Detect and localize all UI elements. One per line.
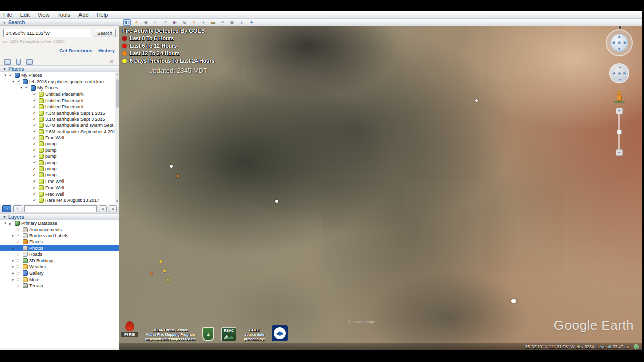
checkbox[interactable]: ✓	[33, 105, 37, 109]
checkbox[interactable]: ✓	[9, 73, 13, 78]
layer-checkbox[interactable]: ✓	[17, 284, 21, 288]
places-tree-row[interactable]: ✓ 2.6M earthquake September 4 2015	[0, 129, 119, 135]
places-tree-row[interactable]: ✓ pump	[0, 172, 119, 178]
move-left-icon[interactable]: ◀	[612, 71, 615, 75]
view-in-maps-button[interactable]: ●	[248, 19, 255, 26]
layer-checkbox[interactable]: ✓	[17, 233, 21, 238]
layers-tree-row[interactable]: ▸ □ Gallery	[0, 270, 119, 276]
zoom-slider[interactable]: + −	[616, 108, 623, 156]
search-panel-header[interactable]: ▼ Search	[0, 19, 119, 26]
move-down-icon[interactable]: ▼	[618, 78, 622, 81]
expander-icon[interactable]: ▾	[19, 86, 23, 90]
checkbox[interactable]: ✓	[33, 148, 37, 152]
map-placemark[interactable]	[275, 200, 278, 203]
map-placemark[interactable]	[170, 165, 173, 168]
places-tree-row[interactable]: ▾ ✓ My Places	[0, 72, 119, 78]
layers-tree-row[interactable]: □ Roads	[0, 251, 119, 257]
layer-checkbox[interactable]: □	[17, 271, 21, 276]
checkbox[interactable]: ✓	[33, 154, 37, 159]
places-filter-input[interactable]	[24, 205, 97, 212]
layers-tree-row[interactable]: ✓ Places	[0, 239, 119, 245]
save-image-button[interactable]: ↓	[238, 19, 246, 26]
places-tree-row[interactable]: ✓ pump	[0, 153, 119, 159]
layer-checkbox[interactable]: □	[17, 264, 21, 269]
places-tree-row[interactable]: ▾ ✓ feb 2018 my places google earth.kmz	[0, 78, 119, 84]
look-ring-inner[interactable]: ▲ ▼ ◀ ▶	[610, 34, 628, 52]
expander-icon[interactable]: ▸	[11, 278, 15, 282]
layer-checkbox[interactable]: □	[17, 277, 21, 282]
historical-imagery-button[interactable]: ⊙	[181, 19, 188, 26]
look-up-icon[interactable]: ▲	[617, 34, 621, 39]
checkbox[interactable]: ✓	[33, 111, 37, 115]
places-tree-row[interactable]: ✓ Untitled Placemark	[0, 98, 119, 104]
scroll-up-icon[interactable]: ▲	[115, 72, 119, 77]
play-tour-button[interactable]	[99, 205, 107, 212]
layers-tree-row[interactable]: ▸ □ 3D Buildings	[0, 257, 119, 263]
search-button[interactable]: Search	[94, 29, 116, 37]
copy-image-icon[interactable]	[4, 59, 11, 65]
layer-checkbox[interactable]: □	[17, 246, 21, 250]
record-tour-button[interactable]: ▶	[171, 19, 179, 26]
menu-item[interactable]: Add	[78, 12, 89, 18]
expander-icon[interactable]: ▸	[11, 265, 15, 269]
layers-tree-row[interactable]: ✓ Terrain	[0, 283, 119, 289]
toggle-sidebar-button[interactable]: ◧	[123, 19, 131, 26]
menu-item[interactable]: View	[38, 12, 50, 18]
look-left-icon[interactable]: ◀	[612, 40, 615, 45]
layer-checkbox[interactable]: □	[17, 252, 21, 257]
layers-tree-row[interactable]: ▾ ■ Primary Database	[0, 220, 119, 226]
places-tree-row[interactable]: ✓ Frac Well	[0, 191, 119, 197]
places-search-toggle-button[interactable]: ⌕	[2, 205, 11, 212]
pegman-street-view[interactable]	[616, 90, 622, 103]
layer-checkbox[interactable]: ✓	[17, 240, 21, 244]
map-3d-view[interactable]: Fire Activity Detected By GOES Last 0 To…	[119, 26, 642, 350]
checkbox[interactable]: ✓	[17, 79, 21, 84]
menu-item[interactable]: Edit	[20, 12, 30, 18]
menu-item[interactable]: Tools	[57, 12, 70, 18]
map-placemark[interactable]	[177, 175, 179, 177]
email-button[interactable]: ✉	[219, 19, 226, 26]
places-tree-row[interactable]: ✓ pump	[0, 147, 119, 153]
places-tree-row[interactable]: ✓ pump	[0, 166, 119, 172]
expander-icon[interactable]: ▸	[11, 259, 15, 263]
expander-icon[interactable]: ▾	[11, 80, 15, 84]
places-tree-row[interactable]: ▾ ✓ My Places	[0, 85, 119, 91]
scroll-down-icon[interactable]: ▼	[115, 199, 119, 204]
places-tree-row[interactable]: ✓ 5.7M earthquake and swarm September ..…	[0, 122, 119, 128]
map-placemark[interactable]	[511, 299, 516, 303]
expander-icon[interactable]: ▸	[11, 271, 15, 275]
checkbox[interactable]: ✓	[33, 198, 37, 203]
print-icon[interactable]	[26, 59, 33, 65]
places-tree-row[interactable]: ✓ Frac Well	[0, 178, 119, 185]
places-tree-row[interactable]: ✓ Frac Well	[0, 185, 119, 191]
print-button[interactable]: ▣	[228, 19, 236, 26]
places-info-button[interactable]: i	[13, 205, 22, 212]
move-center-dot[interactable]	[618, 72, 621, 75]
layers-tree-row[interactable]: ▸ □ Weather	[0, 264, 119, 270]
checkbox[interactable]: ✓	[33, 173, 37, 177]
checkbox[interactable]: ✓	[33, 160, 37, 165]
look-joystick[interactable]: ▲ ▼ ◀ ▶	[606, 29, 633, 56]
checkbox[interactable]: ✓	[33, 129, 37, 134]
places-tree-row[interactable]: ✓ pump	[0, 159, 119, 165]
copy-icon[interactable]	[16, 59, 21, 65]
layers-panel-header[interactable]: ▼ Layers	[0, 213, 119, 220]
map-placemark[interactable]	[167, 279, 169, 281]
planets-button[interactable]: ◐	[200, 19, 207, 26]
checkbox[interactable]: ✓	[33, 117, 37, 121]
checkbox[interactable]: ✓	[25, 85, 29, 90]
layer-checkbox[interactable]: □	[17, 227, 21, 232]
move-up-icon[interactable]: ▲	[618, 65, 622, 69]
search-link[interactable]: History	[98, 48, 115, 53]
add-placemark-button[interactable]: ●	[133, 19, 140, 26]
add-polygon-button[interactable]: ◆	[142, 19, 150, 26]
layers-tree-row[interactable]: ▸ □ More	[0, 277, 119, 283]
places-tree-row[interactable]: ✓ 4.3M earthquake Sept 1 2015	[0, 110, 119, 116]
menu-item[interactable]: File	[3, 12, 12, 18]
places-tree-row[interactable]: ✓ Rare M4.8 August 13 2017	[0, 197, 119, 203]
look-down-icon[interactable]: ▼	[617, 47, 621, 51]
checkbox[interactable]: ✓	[33, 179, 37, 184]
move-right-icon[interactable]: ▶	[624, 71, 626, 75]
checkbox[interactable]: ✓	[33, 186, 37, 190]
sunlight-button[interactable]: ☀	[190, 19, 198, 26]
